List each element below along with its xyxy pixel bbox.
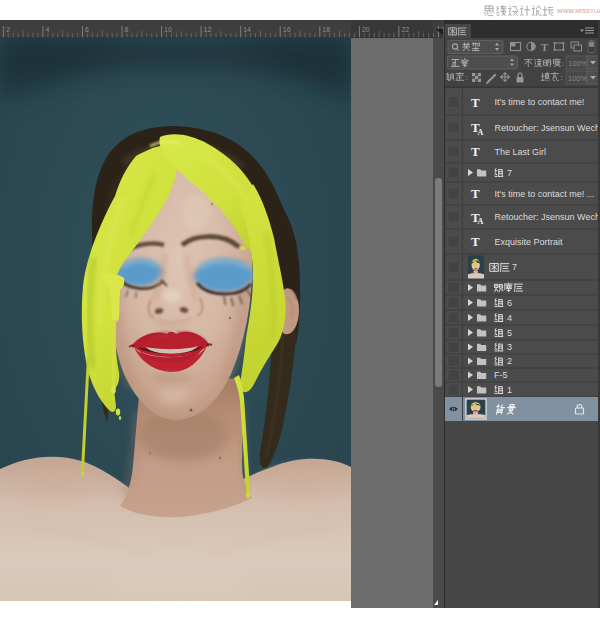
svg-text:F-5: F-5 bbox=[494, 370, 508, 380]
svg-text:2: 2 bbox=[507, 356, 512, 366]
svg-text::: : bbox=[561, 73, 563, 82]
svg-text:2: 2 bbox=[6, 26, 10, 33]
svg-text:16: 16 bbox=[283, 26, 291, 33]
svg-text:T: T bbox=[471, 144, 480, 159]
svg-text:6: 6 bbox=[507, 298, 512, 308]
svg-text:6: 6 bbox=[85, 26, 89, 33]
svg-text:4: 4 bbox=[45, 26, 49, 33]
svg-text:It's time to contact me!: It's time to contact me! bbox=[495, 97, 585, 107]
svg-text:WWW.MISSYUAN.COM: WWW.MISSYUAN.COM bbox=[557, 8, 600, 14]
svg-text:20: 20 bbox=[362, 26, 370, 33]
svg-text:10: 10 bbox=[164, 26, 172, 33]
svg-text:22: 22 bbox=[401, 26, 409, 33]
svg-text:4: 4 bbox=[507, 313, 512, 323]
svg-text:1: 1 bbox=[507, 385, 512, 395]
svg-text:T: T bbox=[471, 186, 480, 201]
svg-text::: : bbox=[466, 73, 468, 82]
svg-text:Retoucher: Jsensun Wech...: Retoucher: Jsensun Wech... bbox=[495, 123, 600, 133]
svg-text:T: T bbox=[471, 95, 480, 110]
svg-text:T: T bbox=[471, 234, 480, 249]
svg-text:A: A bbox=[478, 217, 484, 226]
svg-text:18: 18 bbox=[322, 26, 330, 33]
svg-text:3: 3 bbox=[507, 342, 512, 352]
svg-text:14: 14 bbox=[243, 26, 251, 33]
svg-text:Exquisite Portrait: Exquisite Portrait bbox=[495, 237, 564, 247]
svg-text:100%: 100% bbox=[568, 59, 588, 68]
svg-text:12: 12 bbox=[204, 26, 212, 33]
svg-text:5: 5 bbox=[507, 328, 512, 338]
svg-text:7: 7 bbox=[507, 168, 512, 178]
svg-text:8: 8 bbox=[125, 26, 129, 33]
svg-text:The Last Girl: The Last Girl bbox=[495, 147, 547, 157]
svg-text:100%: 100% bbox=[568, 74, 588, 83]
svg-text:7: 7 bbox=[512, 262, 517, 272]
svg-text::: : bbox=[562, 59, 564, 68]
svg-text:A: A bbox=[478, 128, 484, 137]
svg-text:T: T bbox=[541, 42, 548, 53]
svg-text:Retoucher: Jsensun Wech...: Retoucher: Jsensun Wech... bbox=[495, 212, 600, 222]
svg-text:It's time to contact me! ...: It's time to contact me! ... bbox=[495, 189, 595, 199]
